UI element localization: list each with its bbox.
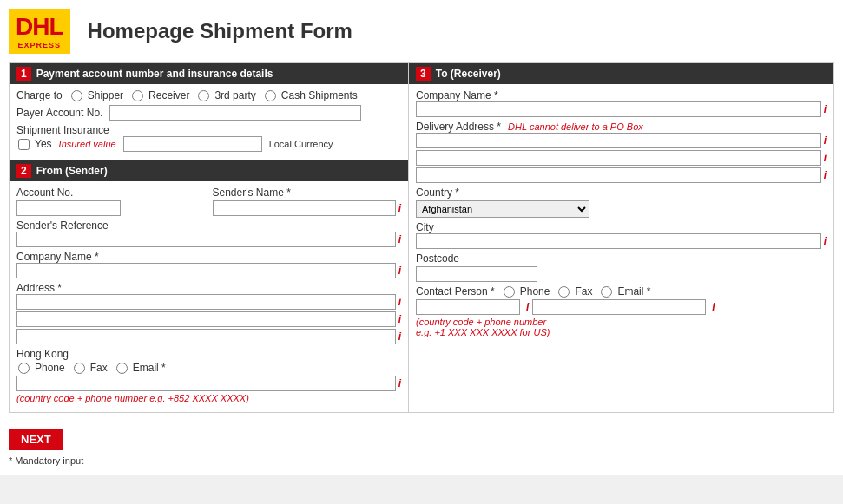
to-postcode-input-row <box>416 266 827 282</box>
page-wrapper: DHL EXPRESS Homepage Shipment Form 1 Pay… <box>0 0 843 475</box>
to-phone-hint-line1: (country code + phone number <box>416 317 827 327</box>
section1-number: 1 <box>16 67 31 81</box>
from-company-input[interactable] <box>16 263 396 278</box>
from-phone-label: Phone <box>35 362 65 374</box>
from-email-radio[interactable] <box>116 363 128 374</box>
header: DHL EXPRESS Homepage Shipment Form <box>9 9 834 54</box>
senders-name-group: Sender's Name * i <box>213 187 402 216</box>
to-address-info1[interactable]: i <box>824 134 827 147</box>
senders-ref-group: Sender's Reference i <box>16 219 401 247</box>
button-row: NEXT <box>9 420 834 450</box>
dhl-logo: DHL <box>16 13 63 41</box>
senders-ref-input[interactable] <box>16 232 396 247</box>
to-company-info[interactable]: i <box>824 103 827 115</box>
3rdparty-label: 3rd party <box>214 89 255 101</box>
from-company-info-icon[interactable]: i <box>398 265 401 277</box>
from-address-line1: i <box>16 294 401 310</box>
from-address-input3[interactable] <box>16 329 396 344</box>
section3-label: To (Receiver) <box>436 68 501 80</box>
from-address-line3: i <box>16 329 401 344</box>
to-contact-phone-info[interactable]: i <box>712 301 715 313</box>
to-contact-label: Contact Person * <box>416 285 495 298</box>
account-no-input[interactable] <box>16 200 121 216</box>
charge-to-cash-radio[interactable] <box>265 90 276 101</box>
next-button[interactable]: NEXT <box>9 429 63 450</box>
to-address-lines: i i i <box>416 133 827 183</box>
to-address-info2[interactable]: i <box>824 152 827 164</box>
to-phone-radio[interactable] <box>504 286 515 298</box>
from-address-info3[interactable]: i <box>398 331 401 343</box>
senders-ref-info-icon[interactable]: i <box>398 233 401 245</box>
account-no-label: Account No. <box>16 187 73 199</box>
insured-value-input[interactable] <box>123 136 262 152</box>
to-country-label: Country * <box>416 187 459 199</box>
right-panel: 3 To (Receiver) Company Name * i Deliver… <box>409 63 833 412</box>
from-address-info1[interactable]: i <box>398 296 401 308</box>
from-phone-hint: (country code + phone number e.g. +852 X… <box>16 393 401 403</box>
to-email-label: Email * <box>617 285 650 298</box>
insurance-checkbox[interactable] <box>18 139 30 150</box>
payer-row: Payer Account No. <box>16 105 401 121</box>
to-city-info[interactable]: i <box>824 235 827 247</box>
to-postcode-group: Postcode <box>416 252 827 282</box>
to-contact-name-input[interactable] <box>416 299 520 315</box>
to-address-input1[interactable] <box>416 133 821 148</box>
to-email-radio[interactable] <box>601 286 612 298</box>
to-country-group: Country * Afghanistan <box>416 187 827 218</box>
to-fax-label: Fax <box>575 285 592 298</box>
to-contact-phone-input[interactable] <box>532 299 706 315</box>
insured-value-hint: Insured value <box>59 139 116 149</box>
left-panel: 1 Payment account number and insurance d… <box>10 63 409 412</box>
from-address-label: Address * <box>16 282 62 294</box>
to-company-label: Company Name * <box>416 89 498 101</box>
cash-label: Cash Shipments <box>281 89 358 101</box>
express-label: EXPRESS <box>16 41 63 49</box>
from-email-label: Email * <box>133 362 166 374</box>
to-fax-radio[interactable] <box>558 286 570 298</box>
from-country-label: Hong Kong <box>16 348 401 360</box>
page-title: Homepage Shipment Form <box>88 19 352 43</box>
to-company-group: Company Name * i <box>416 89 827 117</box>
from-phone-radio[interactable] <box>18 363 30 374</box>
senders-ref-label: Sender's Reference <box>16 219 109 232</box>
charge-to-receiver-radio[interactable] <box>132 90 143 101</box>
to-city-input[interactable] <box>416 233 821 249</box>
to-city-group: City i <box>416 221 827 249</box>
form-container: 1 Payment account number and insurance d… <box>9 62 834 413</box>
yes-label: Yes <box>35 138 52 150</box>
from-country-group: Hong Kong Phone Fax Email * i (coun <box>16 348 401 403</box>
charge-to-row: Charge to Shipper Receiver 3rd party Cas… <box>16 89 401 101</box>
to-address-input3[interactable] <box>416 167 821 183</box>
from-contact-row: Phone Fax Email * <box>16 362 401 374</box>
to-country-select[interactable]: Afghanistan <box>416 200 589 218</box>
charge-to-label: Charge to <box>16 89 63 101</box>
to-address-line2: i <box>416 150 827 166</box>
to-contact-group: Contact Person * Phone Fax Email * i i <box>416 285 827 337</box>
to-delivery-label: Delivery Address * <box>416 121 501 133</box>
receiver-label: Receiver <box>148 89 189 101</box>
to-postcode-input[interactable] <box>416 266 537 282</box>
to-address-info3[interactable]: i <box>824 169 827 181</box>
to-address-input2[interactable] <box>416 150 821 166</box>
to-postcode-label: Postcode <box>416 252 459 265</box>
senders-name-info-icon[interactable]: i <box>398 202 401 214</box>
from-fax-radio[interactable] <box>74 363 85 374</box>
insurance-yes-row: Yes Insured value Local Currency <box>16 136 401 152</box>
to-address-line3: i <box>416 167 827 183</box>
payer-label: Payer Account No. <box>16 107 102 119</box>
payer-account-input[interactable] <box>109 105 361 121</box>
senders-name-input[interactable] <box>213 200 396 216</box>
from-contact-input[interactable] <box>16 376 396 391</box>
from-contact-info[interactable]: i <box>398 377 401 389</box>
from-address-input2[interactable] <box>16 311 396 327</box>
from-address-info2[interactable]: i <box>398 313 401 325</box>
charge-to-shipper-radio[interactable] <box>71 90 82 101</box>
mandatory-note: * Mandatory input <box>9 455 834 466</box>
from-address-input1[interactable] <box>16 294 396 310</box>
to-company-input[interactable] <box>416 101 821 117</box>
section2-header: 2 From (Sender) <box>10 160 408 181</box>
charge-to-3rdparty-radio[interactable] <box>198 90 209 101</box>
section1-header: 1 Payment account number and insurance d… <box>10 63 408 84</box>
to-phone-label: Phone <box>520 285 550 298</box>
to-contact-name-info[interactable]: i <box>526 301 529 313</box>
